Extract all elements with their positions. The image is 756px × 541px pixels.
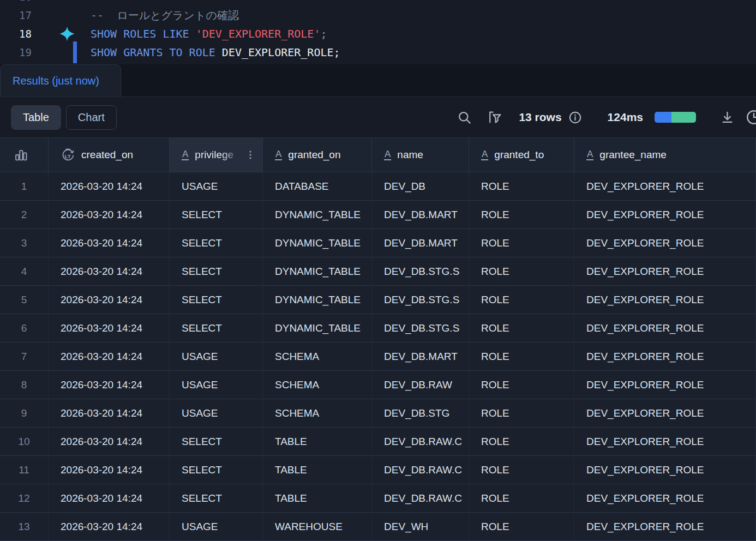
duration-breakdown-bar[interactable] [655, 112, 696, 123]
cell-created_on[interactable]: 2026-03-20 14:24 [49, 428, 170, 456]
cell-privilege[interactable]: USAGE [170, 342, 263, 371]
table-view-button[interactable]: Table [11, 105, 61, 130]
cell-privilege[interactable]: USAGE [170, 399, 263, 428]
cell-grantee_name[interactable]: DEV_EXPLORER_ROLE [574, 484, 756, 513]
cell-privilege[interactable]: USAGE [170, 371, 263, 399]
column-header-name[interactable]: Aname [372, 137, 469, 172]
cell-created_on[interactable]: 2026-03-20 14:24 [49, 257, 170, 286]
cell-granted_to[interactable]: ROLE [469, 314, 574, 342]
cell-grantee_name[interactable]: DEV_EXPLORER_ROLE [574, 513, 756, 541]
cell-grantee_name[interactable]: DEV_EXPLORER_ROLE [574, 172, 756, 201]
cell-name[interactable]: DEV_DB.STG.S [372, 286, 469, 314]
column-header-granted_on[interactable]: Agranted_on [263, 137, 372, 172]
cell-privilege[interactable]: SELECT [170, 286, 263, 314]
cell-granted_on[interactable]: DYNAMIC_TABLE [263, 257, 372, 286]
info-icon[interactable] [568, 110, 583, 125]
cell-created_on[interactable]: 2026-03-20 14:24 [49, 314, 170, 342]
cell-name[interactable]: DEV_DB.STG.S [372, 314, 469, 342]
row-number-cell[interactable]: 9 [0, 399, 49, 428]
code-line-18[interactable]: 18SHOW ROLES LIKE 'DEV_EXPLORER_ROLE'; [0, 25, 756, 43]
cell-created_on[interactable]: 2026-03-20 14:24 [49, 399, 170, 428]
code-line-16[interactable]: 16 [0, 0, 756, 6]
cell-grantee_name[interactable]: DEV_EXPLORER_ROLE [574, 399, 756, 428]
cell-name[interactable]: DEV_DB.RAW [372, 371, 469, 399]
cell-granted_to[interactable]: ROLE [469, 342, 574, 371]
cell-privilege[interactable]: USAGE [170, 513, 263, 541]
cell-created_on[interactable]: 2026-03-20 14:24 [49, 342, 170, 371]
cell-grantee_name[interactable]: DEV_EXPLORER_ROLE [574, 456, 756, 484]
cell-name[interactable]: DEV_DB.STG [372, 399, 469, 428]
column-header-privilege[interactable]: Aprivilege [170, 137, 263, 172]
cell-name[interactable]: DEV_DB.MART [372, 342, 469, 371]
cell-name[interactable]: DEV_DB.RAW.C [372, 456, 469, 484]
cell-granted_on[interactable]: WAREHOUSE [263, 513, 372, 541]
cell-grantee_name[interactable]: DEV_EXPLORER_ROLE [574, 286, 756, 314]
column-header-granted_to[interactable]: Agranted_to [469, 137, 574, 172]
row-number-cell[interactable]: 1 [0, 172, 49, 201]
sql-editor[interactable]: 1617-- ロールとグラントの確認18SHOW ROLES LIKE 'DEV… [0, 0, 756, 64]
cell-granted_on[interactable]: DYNAMIC_TABLE [263, 314, 372, 342]
cell-name[interactable]: DEV_WH [372, 513, 469, 541]
cell-privilege[interactable]: SELECT [170, 428, 263, 456]
cell-granted_to[interactable]: ROLE [469, 428, 574, 456]
cell-privilege[interactable]: SELECT [170, 484, 263, 513]
cell-granted_to[interactable]: ROLE [469, 399, 574, 428]
cell-granted_to[interactable]: ROLE [469, 201, 574, 229]
row-number-cell[interactable]: 4 [0, 257, 49, 286]
cell-granted_to[interactable]: ROLE [469, 371, 574, 399]
cell-granted_on[interactable]: DYNAMIC_TABLE [263, 201, 372, 229]
row-number-cell[interactable]: 5 [0, 286, 49, 314]
cell-granted_to[interactable]: ROLE [469, 456, 574, 484]
cell-grantee_name[interactable]: DEV_EXPLORER_ROLE [574, 428, 756, 456]
cell-granted_to[interactable]: ROLE [469, 484, 574, 513]
cell-granted_to[interactable]: ROLE [469, 172, 574, 201]
cell-name[interactable]: DEV_DB.MART [372, 201, 469, 229]
cell-privilege[interactable]: SELECT [170, 257, 263, 286]
cell-name[interactable]: DEV_DB.RAW.C [372, 428, 469, 456]
cell-granted_on[interactable]: TABLE [263, 428, 372, 456]
cell-granted_to[interactable]: ROLE [469, 229, 574, 257]
results-tab[interactable]: Results (just now) [0, 64, 121, 97]
cell-granted_on[interactable]: SCHEMA [263, 342, 372, 371]
cell-granted_on[interactable]: DYNAMIC_TABLE [263, 286, 372, 314]
cell-created_on[interactable]: 2026-03-20 14:24 [49, 513, 170, 541]
cell-privilege[interactable]: SELECT [170, 456, 263, 484]
cell-name[interactable]: DEV_DB [372, 172, 469, 201]
row-number-column-header[interactable] [0, 137, 49, 172]
row-number-cell[interactable]: 10 [0, 428, 49, 456]
cell-granted_on[interactable]: SCHEMA [263, 399, 372, 428]
row-number-cell[interactable]: 7 [0, 342, 49, 371]
cell-grantee_name[interactable]: DEV_EXPLORER_ROLE [574, 257, 756, 286]
cell-granted_on[interactable]: DYNAMIC_TABLE [263, 229, 372, 257]
cell-created_on[interactable]: 2026-03-20 14:24 [49, 484, 170, 513]
filter-icon[interactable] [487, 110, 502, 125]
cell-granted_on[interactable]: TABLE [263, 484, 372, 513]
download-icon[interactable] [720, 110, 735, 125]
cell-grantee_name[interactable]: DEV_EXPLORER_ROLE [574, 229, 756, 257]
cell-grantee_name[interactable]: DEV_EXPLORER_ROLE [574, 201, 756, 229]
search-icon[interactable] [457, 110, 472, 125]
cell-granted_on[interactable]: SCHEMA [263, 371, 372, 399]
chart-view-button[interactable]: Chart [66, 105, 117, 130]
cell-name[interactable]: DEV_DB.STG.S [372, 257, 469, 286]
cell-grantee_name[interactable]: DEV_EXPLORER_ROLE [574, 371, 756, 399]
row-number-cell[interactable]: 2 [0, 201, 49, 229]
row-number-cell[interactable]: 3 [0, 229, 49, 257]
cell-created_on[interactable]: 2026-03-20 14:24 [49, 172, 170, 201]
row-number-cell[interactable]: 8 [0, 371, 49, 399]
cell-created_on[interactable]: 2026-03-20 14:24 [49, 456, 170, 484]
code-line-19[interactable]: 19SHOW GRANTS TO ROLE DEV_EXPLORER_ROLE; [0, 43, 756, 62]
cell-privilege[interactable]: SELECT [170, 229, 263, 257]
row-number-cell[interactable]: 12 [0, 484, 49, 513]
column-header-created_on[interactable]: LTcreated_on [49, 137, 170, 172]
column-menu-icon[interactable] [244, 149, 256, 161]
cell-granted_to[interactable]: ROLE [469, 286, 574, 314]
cell-name[interactable]: DEV_DB.MART [372, 229, 469, 257]
row-number-cell[interactable]: 11 [0, 456, 49, 484]
cell-granted_to[interactable]: ROLE [469, 513, 574, 541]
cell-created_on[interactable]: 2026-03-20 14:24 [49, 286, 170, 314]
cell-created_on[interactable]: 2026-03-20 14:24 [49, 371, 170, 399]
row-number-cell[interactable]: 13 [0, 513, 49, 541]
cell-granted_to[interactable]: ROLE [469, 257, 574, 286]
cell-created_on[interactable]: 2026-03-20 14:24 [49, 201, 170, 229]
